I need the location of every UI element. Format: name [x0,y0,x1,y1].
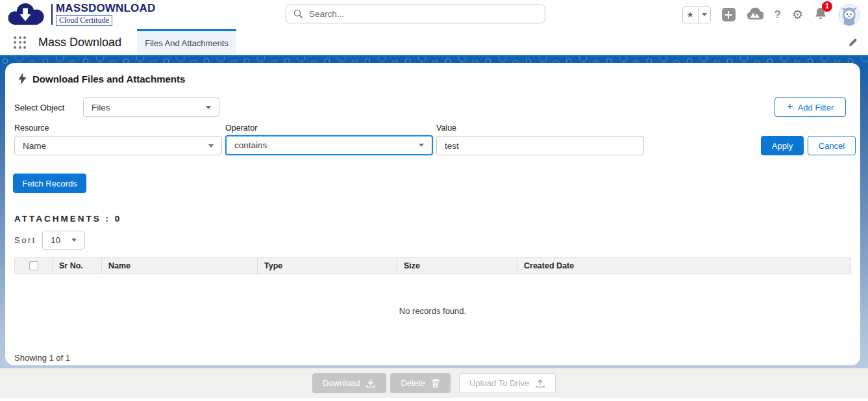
add-filter-button[interactable]: + Add Filter [775,97,846,117]
resource-value: Name [23,141,46,151]
column-header-type: Type [258,258,397,274]
page-title: Download Files and Attachments [32,73,185,84]
app-navbar: Mass Download Files And Attachments [0,29,868,55]
empty-table-message: No records found. [14,274,851,347]
column-header-srno: Sr No. [53,258,102,274]
app-name: Mass Download [38,36,121,49]
card-title-row: Download Files and Attachments [18,73,185,85]
astro-avatar-icon [838,4,860,26]
plus-icon: + [787,100,793,113]
lightning-bolt-icon [18,73,27,85]
notifications-button[interactable]: 1 [814,6,827,23]
user-avatar[interactable] [838,4,860,26]
pagination-status: Showing 1 of 1 [14,353,70,363]
trailhead-icon [747,7,763,20]
delete-button[interactable]: Delete [390,373,451,393]
chevron-down-icon [702,13,707,16]
favorites-button-group: ★ [682,6,711,23]
select-all-cell [15,258,53,274]
table-header-row: Sr No. Name Type Size Created Date [14,257,851,274]
sort-dropdown[interactable]: 10 [42,231,85,250]
trailhead-button[interactable] [747,7,763,23]
app-launcher-waffle-icon[interactable] [14,36,26,49]
footer-action-bar: Download Delete Upload To Drive [0,368,868,398]
operator-label: Operator [225,123,257,133]
attachments-count-heading: ATTACHMENTS : 0 [14,214,121,224]
global-search[interactable] [286,5,545,23]
upload-icon [535,379,545,388]
favorites-dropdown-button[interactable] [698,7,710,23]
setup-gear-button[interactable]: ⚙ [792,8,803,21]
logo-divider [51,4,53,25]
favorites-star-button[interactable]: ★ [683,7,698,23]
edit-navbar-button[interactable] [848,38,858,50]
download-label: Download [323,378,360,388]
logo-subtitle: Cloud Certitude [56,15,112,26]
chevron-down-icon [71,239,77,242]
chevron-down-icon [206,106,211,109]
delete-label: Delete [401,378,425,388]
attachments-table: Sr No. Name Type Size Created Date No re… [14,257,851,347]
bottom-strip [0,398,868,401]
download-card: Download Files and Attachments Select Ob… [5,63,860,365]
value-label: Value [436,123,456,133]
upload-to-drive-button[interactable]: Upload To Drive [459,373,556,393]
apply-button[interactable]: Apply [761,136,804,155]
operator-value: contains [234,140,267,150]
upload-to-drive-label: Upload To Drive [469,378,529,388]
pencil-icon [848,38,858,47]
column-header-created-date: Created Date [517,258,850,274]
select-object-value: Files [92,103,110,112]
header-actions: ★ ? ⚙ 1 [682,0,860,29]
cancel-button[interactable]: Cancel [808,136,856,155]
select-object-label: Select Object [14,103,64,112]
chevron-down-icon [208,144,214,148]
download-icon [366,379,376,388]
fetch-records-button[interactable]: Fetch Records [13,174,86,193]
operator-dropdown[interactable]: contains [225,135,433,155]
filter-value-input[interactable] [436,136,644,155]
column-header-name: Name [102,258,258,274]
resource-dropdown[interactable]: Name [14,136,222,155]
search-input[interactable] [309,9,523,19]
help-button[interactable]: ? [775,8,781,21]
select-object-dropdown[interactable]: Files [83,97,219,117]
select-all-checkbox[interactable] [29,261,38,270]
trash-icon [431,378,440,388]
global-header: MASSDOWNLOAD Cloud Certitude ★ ? ⚙ [0,0,868,29]
add-filter-label: Add Filter [798,103,834,112]
notification-badge: 1 [822,1,832,12]
global-actions-button[interactable] [722,8,736,21]
search-icon [293,9,303,19]
chevron-down-icon [419,144,424,147]
logo-title: MASSDOWNLOAD [56,3,156,14]
tab-files-and-attachments[interactable]: Files And Attachments [137,29,236,55]
download-button[interactable]: Download [312,373,387,393]
resource-label: Resource [14,123,49,133]
sort-value: 10 [51,235,60,245]
cloud-download-logo-icon [5,2,48,27]
app-logo: MASSDOWNLOAD Cloud Certitude [5,2,156,27]
sort-label: Sort [14,235,36,245]
plus-icon [725,11,732,19]
column-header-size: Size [397,258,517,274]
main-region: Download Files and Attachments Select Ob… [0,55,868,401]
